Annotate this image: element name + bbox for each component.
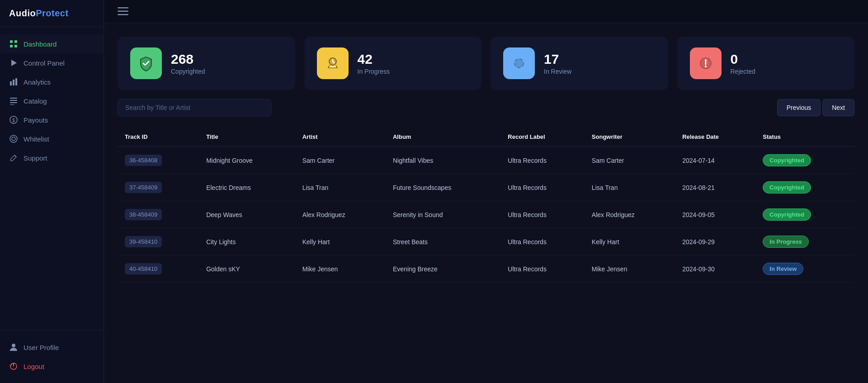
cell-artist: Mike Jensen — [295, 255, 386, 283]
svg-point-17 — [12, 344, 15, 347]
stat-number-in-review: 17 — [544, 52, 571, 67]
svg-line-16 — [14, 155, 16, 157]
cell-status: In Progress — [755, 228, 854, 255]
svg-marker-4 — [11, 60, 17, 66]
col-songwriter: Songwriter — [585, 127, 675, 147]
sidebar-label-user-profile: User Profile — [24, 344, 59, 351]
stat-text-rejected: 0 Rejected — [731, 52, 755, 75]
topbar — [104, 0, 868, 23]
stat-number-rejected: 0 — [731, 52, 755, 67]
sidebar-item-catalog[interactable]: Catalog — [0, 91, 104, 110]
cell-songwriter: Kelly Hart — [585, 228, 675, 255]
stat-card-copyrighted: 268 Copyrighted — [118, 37, 295, 90]
cell-artist: Lisa Tran — [295, 174, 386, 201]
stat-icon-in-review — [503, 47, 535, 79]
svg-rect-19 — [118, 7, 128, 9]
sidebar-item-payouts[interactable]: $ Payouts — [0, 110, 104, 129]
col-status: Status — [755, 127, 854, 147]
cell-album: Nightfall Vibes — [386, 147, 500, 174]
cell-album: Future Soundscapes — [386, 174, 500, 201]
sidebar-label-support: Support — [24, 154, 47, 162]
stat-number-in-progress: 42 — [358, 52, 390, 67]
cell-artist: Sam Carter — [295, 147, 386, 174]
menu-icon[interactable] — [118, 7, 128, 15]
status-badge: Copyrighted — [763, 208, 811, 221]
cell-track-id: 38-458409 — [118, 201, 199, 228]
next-button[interactable]: Next — [822, 99, 854, 116]
cell-artist: Alex Rodriguez — [295, 201, 386, 228]
status-badge: In Review — [763, 263, 803, 275]
cell-release-date: 2024-09-29 — [675, 228, 755, 255]
stat-text-in-progress: 42 In Progress — [358, 52, 390, 75]
stat-icon-copyrighted — [130, 47, 162, 79]
table-controls: Previous Next — [118, 99, 854, 116]
sidebar-label-logout: Logout — [24, 363, 44, 370]
cell-songwriter: Alex Rodriguez — [585, 201, 675, 228]
cell-release-date: 2024-07-14 — [675, 147, 755, 174]
app-logo: AudioProtect — [0, 0, 104, 27]
col-track-id: Track ID — [118, 127, 199, 147]
sidebar-item-whitelist[interactable]: Whitelist — [0, 129, 104, 148]
stat-card-rejected: 0 Rejected — [677, 37, 855, 90]
cell-songwriter: Mike Jensen — [585, 255, 675, 283]
table-row[interactable]: 39-458410 City Lights Kelly Hart Street … — [118, 228, 854, 255]
search-input[interactable] — [118, 99, 271, 116]
svg-rect-2 — [10, 45, 13, 47]
cell-artist: Kelly Hart — [295, 228, 386, 255]
sidebar-item-logout[interactable]: Logout — [0, 357, 104, 376]
cell-track-id: 36-458408 — [118, 147, 199, 174]
col-release-date: Release Date — [675, 127, 755, 147]
stat-number-copyrighted: 268 — [171, 52, 205, 67]
table-row[interactable]: 36-458408 Midnight Groove Sam Carter Nig… — [118, 147, 854, 174]
cell-title: City Lights — [199, 228, 295, 255]
svg-rect-11 — [10, 104, 14, 105]
sidebar-label-payouts: Payouts — [24, 116, 48, 124]
svg-rect-10 — [10, 102, 17, 103]
cell-status: Copyrighted — [755, 174, 854, 201]
sidebar-label-analytics: Analytics — [24, 78, 51, 86]
svg-rect-20 — [118, 11, 128, 12]
svg-point-26 — [705, 66, 707, 67]
cell-title: Deep Waves — [199, 201, 295, 228]
sidebar-item-control-panel[interactable]: Control Panel — [0, 53, 104, 72]
previous-button[interactable]: Previous — [777, 99, 821, 116]
play-icon — [9, 59, 18, 67]
svg-rect-3 — [14, 45, 17, 47]
cell-release-date: 2024-09-05 — [675, 201, 755, 228]
cell-record-label: Ultra Records — [500, 174, 585, 201]
logo-audio: Audio — [9, 8, 36, 18]
sidebar: AudioProtect Dashboard Control Panel — [0, 0, 104, 383]
svg-point-14 — [10, 135, 17, 142]
cell-album: Evening Breeze — [386, 255, 500, 283]
edit-icon — [9, 154, 18, 162]
cell-release-date: 2024-08-21 — [675, 174, 755, 201]
sidebar-label-dashboard: Dashboard — [24, 40, 57, 48]
stat-icon-rejected — [690, 47, 722, 79]
svg-rect-7 — [15, 78, 17, 85]
svg-point-15 — [12, 137, 15, 141]
data-table: Track ID Title Artist Album Record Label… — [118, 127, 854, 283]
svg-rect-6 — [13, 80, 14, 85]
table-row[interactable]: 37-458409 Electric Dreams Lisa Tran Futu… — [118, 174, 854, 201]
svg-rect-8 — [10, 98, 17, 99]
cell-title: Electric Dreams — [199, 174, 295, 201]
table-row[interactable]: 38-458409 Deep Waves Alex Rodriguez Sere… — [118, 201, 854, 228]
stat-text-in-review: 17 In Review — [544, 52, 571, 75]
list-icon — [9, 97, 18, 105]
sidebar-label-control-panel: Control Panel — [24, 59, 65, 67]
sidebar-item-user-profile[interactable]: User Profile — [0, 338, 104, 357]
table-header: Track ID Title Artist Album Record Label… — [118, 127, 854, 147]
sidebar-item-analytics[interactable]: Analytics — [0, 72, 104, 91]
sidebar-item-support[interactable]: Support — [0, 148, 104, 167]
table-row[interactable]: 40-458410 Golden sKY Mike Jensen Evening… — [118, 255, 854, 283]
sidebar-item-dashboard[interactable]: Dashboard — [0, 34, 104, 53]
main-content: 268 Copyrighted 42 In Progress — [104, 0, 868, 383]
cell-track-id: 39-458410 — [118, 228, 199, 255]
table-section: Previous Next Track ID Title Artist Albu… — [104, 99, 868, 296]
stat-label-rejected: Rejected — [731, 68, 755, 75]
cell-track-id: 37-458409 — [118, 174, 199, 201]
dollar-icon: $ — [9, 116, 18, 124]
stat-card-in-review: 17 In Review — [491, 37, 668, 90]
svg-rect-9 — [10, 100, 17, 101]
col-record-label: Record Label — [500, 127, 585, 147]
